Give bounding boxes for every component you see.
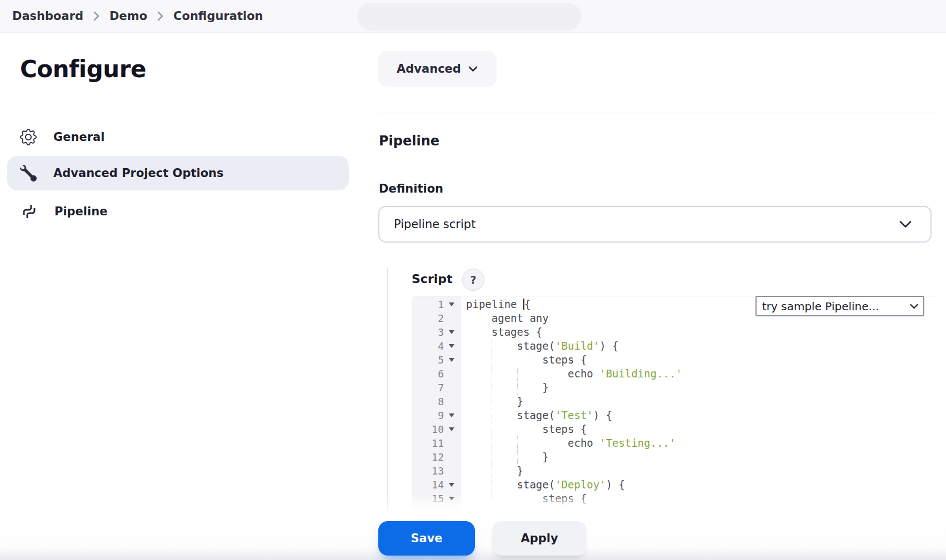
script-label: Script <box>412 272 453 286</box>
fold-gutter-spacer <box>444 381 461 395</box>
line-number: 13 <box>412 464 444 478</box>
script-editor[interactable]: 1pipeline {2 agent any3 stages {4 stage(… <box>412 296 939 514</box>
fold-arrow-icon[interactable] <box>444 339 461 353</box>
code-text: } <box>461 395 523 408</box>
fold-arrow-icon[interactable] <box>444 297 461 311</box>
code-text: stage('Build') { <box>461 339 619 353</box>
sidebar-item-label: Pipeline <box>54 205 107 218</box>
code-text: stage('Deploy') { <box>461 478 625 492</box>
line-number: 12 <box>412 450 444 464</box>
fold-gutter-spacer <box>444 450 461 464</box>
code-text: agent any <box>461 311 549 325</box>
code-text: } <box>461 381 549 395</box>
line-number: 9 <box>412 408 444 422</box>
indent-guide <box>492 408 492 422</box>
fold-arrow-icon[interactable] <box>444 325 461 339</box>
code-text: echo 'Testing...' <box>461 436 676 450</box>
indent-guide <box>492 450 492 464</box>
code-line[interactable]: 10 steps { <box>412 422 939 436</box>
code-text: steps { <box>461 353 587 367</box>
fold-gutter-spacer <box>444 464 461 478</box>
editor-lines: 1pipeline {2 agent any3 stages {4 stage(… <box>412 297 939 506</box>
sidebar-item-label: General <box>53 130 104 144</box>
sample-select-value: try sample Pipeline... <box>762 300 879 313</box>
code-text: } <box>461 464 523 478</box>
indent-guide <box>517 450 518 464</box>
chevron-down-icon <box>899 221 912 228</box>
line-number: 4 <box>412 339 444 353</box>
line-number: 6 <box>412 367 444 381</box>
line-number: 10 <box>412 422 444 436</box>
fold-arrow-icon[interactable] <box>444 353 461 367</box>
line-number: 11 <box>412 436 444 450</box>
sidebar-item-advanced-project-options[interactable]: Advanced Project Options <box>7 156 349 190</box>
code-text: echo 'Building...' <box>461 367 682 381</box>
fold-gutter-spacer <box>444 436 461 450</box>
code-line[interactable]: 8 } <box>412 395 939 408</box>
code-line[interactable]: 13 } <box>412 464 939 478</box>
breadcrumb-demo[interactable]: Demo <box>109 9 147 23</box>
code-line[interactable]: 14 stage('Deploy') { <box>412 478 939 492</box>
search-box[interactable] <box>357 3 582 31</box>
jenkins-configure-page: Dashboard Demo Configuration Configure G… <box>0 0 946 560</box>
indent-guide <box>492 395 492 408</box>
code-text: } <box>461 450 549 464</box>
fold-arrow-icon[interactable] <box>444 422 461 436</box>
definition-label: Definition <box>379 182 443 195</box>
sidebar-item-general[interactable]: General <box>7 121 349 153</box>
line-number: 1 <box>412 297 444 311</box>
line-number: 3 <box>412 325 444 339</box>
indent-guide <box>492 353 492 367</box>
code-text: stages { <box>461 325 542 339</box>
advanced-label: Advanced <box>397 62 461 75</box>
chevron-right-icon <box>93 11 99 21</box>
page-title: Configure <box>20 56 146 83</box>
line-number: 5 <box>412 353 444 367</box>
breadcrumb-configuration[interactable]: Configuration <box>173 9 263 23</box>
sidebar-item-label: Advanced Project Options <box>53 167 224 180</box>
section-divider <box>378 113 939 113</box>
code-line[interactable]: 9 stage('Test') { <box>412 408 939 422</box>
apply-button[interactable]: Apply <box>492 521 587 556</box>
bottom-app-bar: Save Apply <box>0 496 946 560</box>
chevron-down-icon <box>468 66 478 72</box>
definition-select-value: Pipeline script <box>394 218 475 231</box>
code-line[interactable]: 5 steps { <box>412 353 939 367</box>
line-number: 14 <box>412 478 444 492</box>
code-line[interactable]: 3 stages { <box>412 325 939 339</box>
indent-guide <box>492 422 492 436</box>
fold-arrow-icon[interactable] <box>444 408 461 422</box>
definition-select[interactable]: Pipeline script <box>378 206 932 243</box>
indent-guide <box>517 436 518 450</box>
chevron-right-icon <box>157 11 163 21</box>
code-text: pipeline { <box>461 297 530 311</box>
code-line[interactable]: 4 stage('Build') { <box>412 339 939 353</box>
code-line[interactable]: 6 echo 'Building...' <box>412 367 939 381</box>
indent-guide <box>492 367 492 381</box>
breadcrumb-dashboard[interactable]: Dashboard <box>12 9 83 23</box>
line-number: 8 <box>412 395 444 408</box>
code-line[interactable]: 11 echo 'Testing...' <box>412 436 939 450</box>
indent-guide <box>492 464 492 478</box>
pipeline-section-heading: Pipeline <box>379 133 439 149</box>
indent-guide <box>492 478 492 492</box>
top-bar: Dashboard Demo Configuration <box>0 0 946 33</box>
fold-arrow-icon[interactable] <box>444 478 461 492</box>
advanced-section-dropdown[interactable]: Advanced <box>378 51 497 87</box>
indent-guide <box>492 339 492 353</box>
help-button[interactable]: ? <box>462 269 484 291</box>
code-text: stage('Test') { <box>461 408 612 422</box>
try-sample-pipeline-select[interactable]: try sample Pipeline... <box>755 296 924 316</box>
code-line[interactable]: 7 } <box>412 381 939 395</box>
breadcrumb: Dashboard Demo Configuration <box>12 0 263 32</box>
save-button[interactable]: Save <box>378 521 475 556</box>
fold-gutter-spacer <box>444 367 461 381</box>
code-text: steps { <box>461 422 587 436</box>
sidebar-item-pipeline[interactable]: Pipeline <box>7 195 349 228</box>
wrench-icon <box>20 165 37 181</box>
indent-guide <box>517 367 518 381</box>
indent-guide <box>492 381 492 395</box>
code-line[interactable]: 12 } <box>412 450 939 464</box>
line-number: 7 <box>412 381 444 395</box>
fold-gutter-spacer <box>444 311 461 325</box>
